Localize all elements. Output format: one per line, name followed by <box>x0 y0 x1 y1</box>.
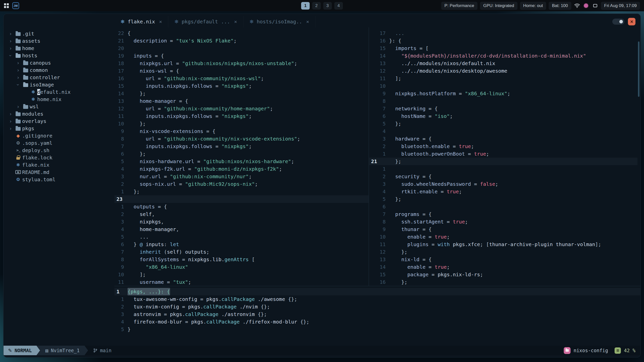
code-line[interactable]: 10 enable = true; <box>369 233 637 241</box>
code-line[interactable]: 14 enable = true; <box>369 263 637 271</box>
code-line[interactable]: 15 package = pkgs.nix-ld-rs; <box>369 271 637 278</box>
code-line[interactable]: 17 ... <box>369 29 637 37</box>
code-line[interactable]: 4 firefox-mod-blur = pkgs.callPackage ./… <box>114 318 640 326</box>
tree-item-flake-lock[interactable]: flake.lock <box>4 154 114 161</box>
code-line[interactable]: 3 sudo.wheelNeedsPassword = false; <box>369 180 637 188</box>
code-line[interactable]: 13 home-manager = { <box>114 97 369 105</box>
code-line[interactable]: 14 "${modulesPath}/installer/cd-dvd/inst… <box>369 52 637 60</box>
tree-item-git[interactable]: ›.git <box>4 30 114 37</box>
code-line[interactable]: 17 nixos-wsl = { <box>114 67 369 75</box>
tree-item-wsl[interactable]: ›wsl <box>4 103 114 110</box>
tree-item-pkgs[interactable]: ›pkgs <box>4 125 114 132</box>
code-line[interactable]: 3 hardware = { <box>369 135 637 143</box>
code-line[interactable]: 4 <box>369 127 637 135</box>
workspace-3[interactable]: 3 <box>323 2 332 10</box>
tree-item-stylua-toml[interactable]: ⚙stylua.toml <box>4 176 114 183</box>
chevron-right-icon[interactable]: › <box>7 111 14 117</box>
code-line[interactable]: 2 tux-nvim-config = pkgs.callPackage ./n… <box>114 303 640 310</box>
tab-hosts-isoimag[interactable]: ❄hosts/isoImag..× <box>244 16 315 27</box>
code-line[interactable]: 6 } @ inputs: let <box>114 241 369 248</box>
code-line[interactable]: 18 nixpkgs.url = "github:nixos/nixpkgs/n… <box>114 60 369 67</box>
chevron-right-icon[interactable]: › <box>15 75 22 80</box>
code-line[interactable]: 11 inputs.nixpkgs.follows = "nixpkgs"; <box>114 112 369 120</box>
code-line[interactable]: 23 <box>114 195 369 203</box>
code-line[interactable]: 2 security = { <box>369 173 637 180</box>
tree-item-hosts[interactable]: ›hosts <box>4 52 114 59</box>
code-line[interactable]: 13 nix-ld = { <box>369 256 637 263</box>
tab-pkgs-default[interactable]: ❄pkgs/default ...× <box>168 16 243 27</box>
code-line[interactable]: 11 ]; <box>369 75 637 82</box>
close-icon[interactable]: × <box>306 19 309 25</box>
code-line[interactable]: 1{pkgs, ...}: { <box>114 288 640 295</box>
code-line[interactable]: 3 nur.url = "github:nix-community/nur"; <box>114 173 369 180</box>
code-line[interactable]: 8 url = "github:nix-community/nix-vscode… <box>114 135 369 143</box>
code-line[interactable]: 5 ... <box>114 233 369 241</box>
code-line[interactable]: 3 astronvim = pkgs.callPackage ./astronv… <box>114 310 640 318</box>
code-line[interactable]: 11 username = "tux"; <box>114 278 369 286</box>
code-line[interactable]: 10 ]; <box>114 271 369 278</box>
code-line[interactable]: 8 forAllSystems = nixpkgs.lib.genAttrs [ <box>114 256 369 263</box>
chevron-right-icon[interactable]: › <box>7 31 14 36</box>
code-line[interactable]: 5 }; <box>369 120 637 127</box>
tree-item-controller[interactable]: ›controller <box>4 74 114 81</box>
tree-item-isoimage[interactable]: ›isoImage <box>4 81 114 88</box>
code-line[interactable]: 9 thunar = { <box>369 225 637 233</box>
code-line[interactable]: 1 <box>369 165 637 173</box>
tree-item-home[interactable]: ›home <box>4 44 114 52</box>
tree-item-gitignore[interactable]: ◆.gitignore <box>4 132 114 139</box>
code-line[interactable]: 16 }; <box>369 278 637 286</box>
window-close-button[interactable]: × <box>628 18 635 25</box>
chevron-right-icon[interactable]: › <box>7 46 14 51</box>
code-line[interactable]: 9 "x86_64-linux" <box>114 263 369 271</box>
buffer-indicator[interactable]: ▤ NvimTree_1 <box>36 346 85 355</box>
tree-item-readme-md[interactable]: MREADME.md <box>4 168 114 176</box>
code-line[interactable]: 1 }; <box>114 188 369 195</box>
chevron-right-icon[interactable]: › <box>7 38 14 44</box>
code-line[interactable]: 9 nix-vscode-extensions = { <box>114 127 369 135</box>
chevron-down-icon[interactable]: › <box>8 52 13 59</box>
code-line[interactable]: 7 inherit (self) outputs; <box>114 248 369 256</box>
code-line[interactable]: 12 url = "github:nix-community/home-mana… <box>114 105 369 112</box>
code-line[interactable]: 8 ssh.startAgent = true; <box>369 218 637 225</box>
tree-item-flake-nix[interactable]: ❄flake.nix <box>4 161 114 168</box>
tree-item-deploy-sh[interactable]: >_deploy.sh <box>4 147 114 154</box>
chevron-right-icon[interactable]: › <box>15 60 22 66</box>
code-line[interactable]: 12 }; <box>369 248 637 256</box>
code-line[interactable]: 1 tux-awesome-wm-config = pkgs.callPacka… <box>114 295 640 303</box>
code-line[interactable]: 8 <box>369 97 637 105</box>
editor-pane-right[interactable]: 17 ...16}: {15 imports = [14 "${modulesP… <box>369 27 637 286</box>
tree-item-sops-yaml[interactable]: ⚙.sops.yaml <box>4 139 114 147</box>
close-icon[interactable]: × <box>159 19 162 25</box>
code-line[interactable]: 4 nixpkgs-f2k.url = "github:moni-dz/nixp… <box>114 165 369 173</box>
tab-flake-nix[interactable]: ❄flake.nix× <box>114 16 168 27</box>
tree-item-canopus[interactable]: ›canopus <box>4 59 114 66</box>
chevron-right-icon[interactable]: › <box>15 67 22 73</box>
logo-icon[interactable]: JW <box>12 2 19 9</box>
chevron-right-icon[interactable]: › <box>7 126 14 131</box>
code-line[interactable]: 21 description = "tux's NixOS Flake"; <box>114 37 369 44</box>
chevron-down-icon[interactable]: › <box>15 81 21 88</box>
chevron-right-icon[interactable]: › <box>7 118 14 124</box>
code-line[interactable]: 21 }; <box>369 158 637 165</box>
code-line[interactable]: 13 ../../modules/nixos/default.nix <box>369 60 637 67</box>
code-line[interactable]: 22{ <box>114 29 369 37</box>
code-line[interactable]: 2 sops-nix.url = "github:Mic92/sops-nix"… <box>114 180 369 188</box>
scrollbar[interactable] <box>638 41 639 97</box>
window-toggle[interactable] <box>612 19 624 25</box>
code-line[interactable]: 9 nixpkgs.hostPlatform = "x86_64-linux"; <box>369 90 637 97</box>
code-line[interactable]: 7 inputs.nixpkgs.follows = "nixpkgs"; <box>114 143 369 150</box>
code-line[interactable]: 1 outputs = { <box>114 203 369 210</box>
code-line[interactable]: 19 inputs = { <box>114 52 369 60</box>
code-line[interactable]: 5 nixos-hardware.url = "github:nixos/nix… <box>114 158 369 165</box>
tree-item-overlays[interactable]: ›overlays <box>4 117 114 125</box>
workspace-1[interactable]: 1 <box>301 2 310 10</box>
code-line[interactable]: 16 url = "github:nix-community/nixos-wsl… <box>114 75 369 82</box>
editor-pane-bottom[interactable]: 1{pkgs, ...}: {1 tux-awesome-wm-config =… <box>114 287 640 346</box>
code-line[interactable]: 10 }; <box>114 120 369 127</box>
close-icon[interactable]: × <box>234 19 237 25</box>
code-line[interactable]: 10 <box>369 82 637 90</box>
code-line[interactable]: 2 self, <box>114 210 369 218</box>
code-line[interactable]: 7 networking = { <box>369 105 637 112</box>
code-line[interactable]: 2 bluetooth.enable = true; <box>369 143 637 150</box>
tree-item-assets[interactable]: ›assets <box>4 37 114 44</box>
